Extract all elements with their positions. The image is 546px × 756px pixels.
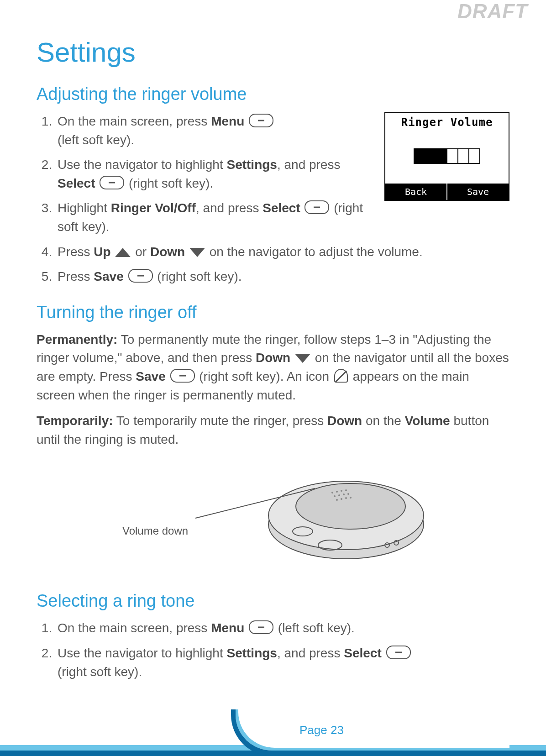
text: Use the navigator to highlight <box>58 646 226 660</box>
svg-point-11 <box>336 499 338 501</box>
arrow-down-icon <box>189 248 205 257</box>
arrow-up-icon <box>115 248 131 257</box>
section-ring-tone-heading: Selecting a ring tone <box>37 591 509 611</box>
arrow-down-icon <box>295 354 310 363</box>
text: (left soft key). <box>278 621 355 635</box>
footer-swoop: Page 23 <box>231 709 509 756</box>
softkey-icon <box>386 646 411 659</box>
phone-softkeys: Back Save <box>385 184 509 200</box>
step-4: Press Up or Down on the navigator to adj… <box>56 243 509 262</box>
svg-point-5 <box>341 490 342 492</box>
volume-box-filled <box>436 148 447 164</box>
svg-point-8 <box>338 494 340 496</box>
bold: Select <box>344 646 382 660</box>
svg-point-6 <box>345 489 347 491</box>
adjusting-steps-cont: Press Up or Down on the navigator to adj… <box>37 243 509 286</box>
volume-box-empty <box>468 148 480 164</box>
step-3: Highlight Ringer Vol/Off, and press Sele… <box>56 199 371 236</box>
softkey-icon <box>249 114 273 127</box>
device-figure: Volume down <box>113 456 433 575</box>
page-content: Settings Adjusting the ringer volume On … <box>0 0 546 681</box>
softkey-icon <box>100 176 124 189</box>
volume-box-empty <box>457 148 469 164</box>
step-5: Press Save (right soft key). <box>56 268 509 286</box>
device-illustration <box>259 456 433 570</box>
bold: Volume <box>405 414 450 428</box>
svg-point-13 <box>345 497 347 499</box>
bold: Permanently: <box>37 332 117 346</box>
temporarily-paragraph: Temporarily: To temporarily mute the rin… <box>37 412 509 449</box>
volume-box-filled <box>425 148 436 164</box>
text: (right soft key). An icon <box>196 369 333 383</box>
svg-point-2 <box>296 483 405 529</box>
section-adjusting-heading: Adjusting the ringer volume <box>37 84 509 104</box>
volume-box-filled <box>414 148 425 164</box>
svg-point-3 <box>331 492 333 493</box>
phone-screen-title: Ringer Volume <box>385 113 509 131</box>
text: (right soft key). <box>157 269 242 284</box>
text: Press <box>58 269 94 284</box>
text: Press <box>58 245 94 259</box>
softkey-icon <box>249 620 273 634</box>
text: Highlight <box>58 201 111 215</box>
text: on the navigator to adjust the volume. <box>210 245 423 259</box>
text: To temporarily mute the ringer, press <box>113 414 327 428</box>
text: , and press <box>277 646 344 660</box>
step-1: On the main screen, press Menu (left sof… <box>56 112 371 149</box>
bold: Save <box>94 269 123 284</box>
page-number: Page 23 <box>299 723 344 737</box>
text: on the <box>362 414 404 428</box>
bold: Menu <box>211 621 244 635</box>
rt-step-2: Use the navigator to highlight Settings,… <box>56 644 509 681</box>
bold: Ringer Vol/Off <box>111 201 196 215</box>
text: Use the navigator to highlight <box>58 158 226 172</box>
text: or <box>135 245 150 259</box>
text: (left soft key). <box>58 133 134 147</box>
permanently-paragraph: Permanently: To permanently mute the rin… <box>37 331 509 404</box>
volume-boxes <box>385 145 509 170</box>
bold: Temporarily: <box>37 414 113 428</box>
softkey-icon <box>304 200 329 214</box>
volume-box-empty <box>446 148 458 164</box>
ring-tone-steps: On the main screen, press Menu (left sof… <box>37 619 509 681</box>
softkey-icon <box>128 269 153 283</box>
page-footer: Page 23 <box>0 715 546 756</box>
bold: Up <box>94 245 110 259</box>
bell-off-icon <box>334 369 348 383</box>
bold: Down <box>256 351 290 365</box>
section-turning-off-heading: Turning the ringer off <box>37 303 509 322</box>
svg-point-14 <box>350 497 352 499</box>
rt-step-1: On the main screen, press Menu (left sof… <box>56 619 509 638</box>
text: On the main screen, press <box>58 114 211 128</box>
bold: Settings <box>226 158 277 172</box>
svg-point-12 <box>341 498 342 500</box>
bold: Down <box>327 414 362 428</box>
callout-label: Volume down <box>122 525 188 537</box>
bold: Select <box>262 201 300 215</box>
adjusting-block: On the main screen, press Menu (left sof… <box>37 112 509 243</box>
text: , and press <box>196 201 262 215</box>
phone-screen-mock: Ringer Volume Back Save <box>384 112 509 201</box>
svg-point-4 <box>336 491 338 493</box>
adjusting-steps: On the main screen, press Menu (left sof… <box>37 112 371 236</box>
softkey-icon <box>170 369 195 383</box>
bold: Select <box>58 176 95 190</box>
bold: Settings <box>226 646 277 660</box>
page-title: Settings <box>37 37 509 68</box>
text: (right soft key). <box>58 665 142 679</box>
draft-watermark: DRAFT <box>457 0 528 23</box>
phone-softkey-back: Back <box>385 184 447 200</box>
bold: Menu <box>211 114 244 128</box>
text: On the main screen, press <box>58 621 211 635</box>
svg-point-10 <box>347 493 349 495</box>
step-2: Use the navigator to highlight Settings,… <box>56 156 371 193</box>
bold: Down <box>150 245 185 259</box>
bold: Save <box>136 369 165 383</box>
phone-softkey-save: Save <box>447 184 509 200</box>
svg-point-9 <box>343 493 345 495</box>
svg-point-7 <box>334 495 336 497</box>
text: (right soft key). <box>125 176 213 190</box>
text: , and press <box>277 158 341 172</box>
